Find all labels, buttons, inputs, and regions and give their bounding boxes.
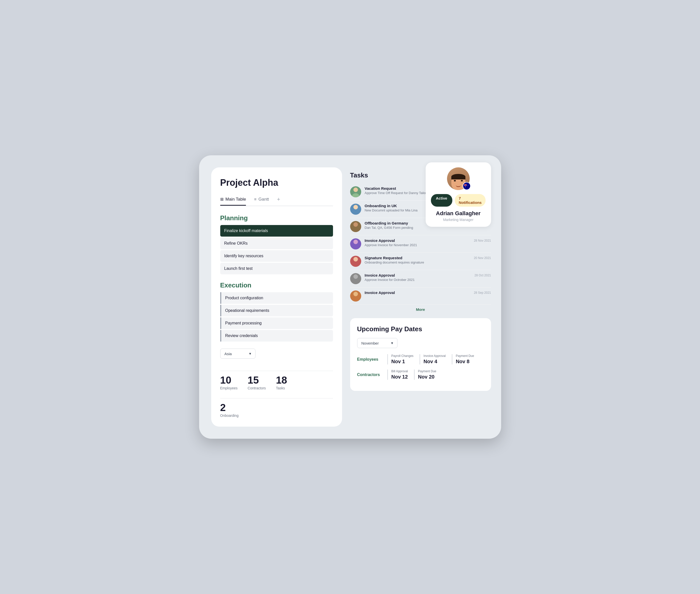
task-avatar <box>350 256 361 267</box>
col-label: Bill Approval <box>391 369 408 373</box>
task-item[interactable]: Payment processing <box>220 318 333 329</box>
task-label: Product configuration <box>225 296 263 300</box>
stat-contractors: 15 Contractors <box>248 375 266 390</box>
active-badge[interactable]: Active <box>431 194 452 207</box>
svg-point-0 <box>354 188 358 192</box>
planning-task-list: Finalize kickoff materials Refine OKRs I… <box>220 225 333 274</box>
pay-col: Payment Due Nov 20 <box>414 369 436 380</box>
task-desc: Approve Invoice for November 2021 <box>365 243 470 247</box>
col-label: Payment Due <box>418 369 436 373</box>
notifications-badge[interactable]: 7 Notifications <box>455 194 486 207</box>
svg-point-4 <box>354 222 358 227</box>
stat-employees: 10 Employees <box>220 375 238 390</box>
col-label: Invoice Approval <box>424 354 446 358</box>
task-item[interactable]: Refine OKRs <box>220 238 333 249</box>
tab-gantt[interactable]: ≡ Gantt <box>254 197 269 206</box>
task-item[interactable]: Finalize kickoff materials <box>220 225 333 237</box>
svg-point-8 <box>354 257 358 262</box>
stats-row-2: 2 Onboarding <box>220 402 333 418</box>
task-avatar <box>350 291 361 301</box>
task-date: 20 Nov 2021 <box>474 256 491 260</box>
task-label: Launch first test <box>224 266 253 271</box>
task-name: Invoice Approval <box>365 291 470 295</box>
task-name: Invoice Approval <box>365 273 471 277</box>
flag-badge: 🇦🇺 <box>463 182 471 190</box>
more-link[interactable]: More <box>350 305 491 314</box>
task-desc: Onboarding document requires signature <box>365 261 470 264</box>
svg-point-12 <box>354 292 358 296</box>
left-panel: Project Alpha ⊞ Main Table ≡ Gantt + Pla… <box>211 167 342 427</box>
execution-section-title: Execution <box>220 282 333 289</box>
onboarding-label: Onboarding <box>220 414 239 418</box>
task-info: Invoice Approval <box>365 291 470 295</box>
svg-point-1 <box>352 193 359 197</box>
task-avatar <box>350 186 361 197</box>
svg-point-13 <box>352 297 359 301</box>
gantt-icon: ≡ <box>254 197 256 202</box>
col-label: Payroll Changes <box>391 354 413 358</box>
task-date: 28 Nov 2021 <box>474 238 491 242</box>
pay-dates-title: Upcoming Pay Dates <box>357 325 484 333</box>
tasks-label: Tasks <box>276 386 287 390</box>
divider <box>220 371 333 371</box>
stat-tasks: 18 Tasks <box>276 375 287 390</box>
contractors-label: Contractors <box>248 386 266 390</box>
col-date: Nov 12 <box>391 374 408 380</box>
pay-col: Bill Approval Nov 12 <box>388 369 408 380</box>
project-title: Project Alpha <box>220 177 333 188</box>
onboarding-number: 2 <box>220 402 239 412</box>
contractors-row-label: Contractors <box>357 372 388 377</box>
stat-onboarding: 2 Onboarding <box>220 402 239 418</box>
month-dropdown[interactable]: November ▾ <box>357 338 397 348</box>
employees-pay-cols: Payroll Changes Nov 1 Invoice Approval N… <box>388 354 484 364</box>
svg-point-3 <box>352 211 359 215</box>
task-item[interactable]: Identify key resources <box>220 250 333 262</box>
svg-point-10 <box>354 274 358 279</box>
task-avatar <box>350 273 361 284</box>
tasks-number: 18 <box>276 375 287 385</box>
pay-dates-section: Upcoming Pay Dates November ▾ Employees … <box>350 318 491 391</box>
task-info: Invoice Approval Approve Invoice for Nov… <box>365 238 470 247</box>
task-label: Opeational requirements <box>225 308 269 312</box>
pay-col: Payroll Changes Nov 1 <box>388 354 413 364</box>
chevron-down-icon: ▾ <box>249 351 251 356</box>
task-card[interactable]: Invoice Approval Approve Invoice for Oct… <box>350 270 491 288</box>
task-name: Invoice Approval <box>365 238 470 243</box>
task-name: Signature Requested <box>365 256 470 260</box>
task-item[interactable]: Review credenials <box>220 330 333 341</box>
add-tab-button[interactable]: + <box>277 196 280 206</box>
month-label: November <box>362 341 379 345</box>
task-info: Signature Requested Onboarding document … <box>365 256 470 264</box>
task-label: Finalize kickoff materials <box>224 229 268 233</box>
svg-point-5 <box>352 228 359 232</box>
task-card[interactable]: Signature Requested Onboarding document … <box>350 253 491 270</box>
svg-point-9 <box>352 263 359 267</box>
svg-point-11 <box>352 280 359 284</box>
task-label: Review credenials <box>225 333 258 338</box>
execution-task-list: Product configuration Opeational require… <box>220 292 333 341</box>
employees-pay-row: Employees Payroll Changes Nov 1 Invoice … <box>357 354 484 364</box>
task-date: 28 Oct 2021 <box>474 273 491 277</box>
task-avatar <box>350 204 361 215</box>
task-label: Identify key resources <box>224 254 264 258</box>
region-dropdown[interactable]: Asia ▾ <box>220 349 256 359</box>
contractors-pay-row: Contractors Bill Approval Nov 12 Payment… <box>357 369 484 380</box>
task-card[interactable]: Invoice Approval 28 Sep 2021 <box>350 288 491 305</box>
task-card[interactable]: Invoice Approval Approve Invoice for Nov… <box>350 235 491 253</box>
task-item[interactable]: Product configuration <box>220 292 333 304</box>
employees-label: Employees <box>220 386 238 390</box>
region-label: Asia <box>225 352 232 356</box>
chevron-down-icon: ▾ <box>391 341 393 345</box>
profile-role: Marketing Manager <box>443 218 473 222</box>
profile-card: 🇦🇺 Active 7 Notifications Adrian Gallagh… <box>426 162 491 227</box>
svg-point-2 <box>354 205 358 209</box>
col-date: Nov 8 <box>456 359 474 364</box>
task-item[interactable]: Launch first test <box>220 263 333 274</box>
task-item[interactable]: Opeational requirements <box>220 305 333 317</box>
task-desc: Approve Invoice for Octrober 2021 <box>365 278 471 282</box>
pay-col: Invoice Approval Nov 4 <box>420 354 446 364</box>
tab-main-table[interactable]: ⊞ Main Table <box>220 197 246 206</box>
contractors-pay-cols: Bill Approval Nov 12 Payment Due Nov 20 <box>388 369 484 380</box>
task-label: Refine OKRs <box>224 241 248 245</box>
region-select-wrapper: Asia ▾ <box>220 349 333 359</box>
